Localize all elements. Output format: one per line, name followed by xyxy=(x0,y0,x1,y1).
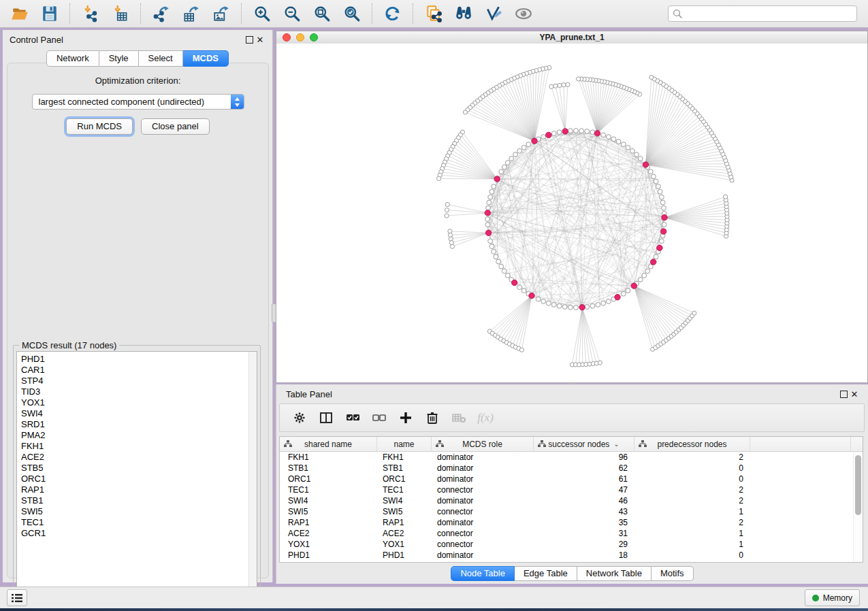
mcds-result-item[interactable]: GCR1 xyxy=(21,528,257,539)
table-toolbar: f(x) xyxy=(279,403,865,432)
add-column-icon[interactable] xyxy=(396,408,416,428)
export-table-icon[interactable] xyxy=(181,3,202,24)
save-session-icon[interactable] xyxy=(39,3,60,24)
tab-select[interactable]: Select xyxy=(139,50,183,67)
graphics-details-icon[interactable] xyxy=(513,3,534,24)
control-panel-title: Control Panel xyxy=(10,35,244,45)
control-panel-close-icon[interactable]: ✕ xyxy=(255,34,266,45)
tab-node-table[interactable]: Node Table xyxy=(451,566,515,581)
show-columns-icon[interactable] xyxy=(316,408,336,428)
find-binoculars-icon[interactable] xyxy=(453,3,474,24)
mcds-result-item[interactable]: STB5 xyxy=(21,463,257,474)
function-builder-icon: f(x) xyxy=(475,408,496,428)
mcds-result-item[interactable]: SRD1 xyxy=(21,419,257,430)
cell-MCDS-role: dominator xyxy=(432,463,534,473)
column-header-MCDS-role[interactable]: MCDS role xyxy=(432,437,534,451)
table-row[interactable]: FKH1FKH1dominator962 xyxy=(280,452,863,463)
zoom-out-icon[interactable] xyxy=(282,3,302,24)
cell-name: ORC1 xyxy=(377,474,432,484)
cell-successor-nodes: 96 xyxy=(534,452,634,462)
column-header-shared-name[interactable]: shared name xyxy=(280,437,377,451)
node-table-header: shared namenameMCDS rolesuccessor nodes⌄… xyxy=(280,437,863,452)
table-panel: Table Panel ✕ f(x) shared namenameMCDS r… xyxy=(276,384,868,584)
cell-shared-name: ACE2 xyxy=(280,529,377,538)
mcds-result-item[interactable]: ORC1 xyxy=(21,474,257,484)
close-panel-button[interactable]: Close panel xyxy=(141,118,210,135)
optimization-criterion-select[interactable]: largest connected component (undirected) xyxy=(32,94,244,110)
delete-columns-icon[interactable] xyxy=(422,408,443,428)
network-view-window: YPA_prune.txt_1 xyxy=(276,31,868,383)
table-panel-titlebar: Table Panel ✕ xyxy=(276,384,868,402)
table-row[interactable]: RAP1RAP1dominator352 xyxy=(280,517,863,528)
search-field-wrap xyxy=(668,5,857,22)
import-network-icon[interactable] xyxy=(80,3,101,24)
mcds-result-item[interactable]: STB1 xyxy=(21,495,257,506)
select-all-icon[interactable] xyxy=(342,408,363,428)
table-row[interactable]: STB1STB1dominator620 xyxy=(280,463,863,474)
main-toolbar xyxy=(0,0,868,28)
control-panel-float-icon[interactable] xyxy=(244,34,255,45)
mcds-result-list[interactable]: PHD1CAR1STP4TID3YOX1SWI4SRD1PMA2FKH1ACE2… xyxy=(16,351,257,592)
search-input[interactable] xyxy=(668,5,857,22)
tab-edge-table[interactable]: Edge Table xyxy=(515,566,577,581)
mcds-result-item[interactable]: CAR1 xyxy=(21,365,257,376)
task-history-button[interactable] xyxy=(7,589,27,606)
cell-name: ACE2 xyxy=(377,529,432,538)
optimization-criterion-value: largest connected component (undirected) xyxy=(33,97,231,107)
mcds-result-item[interactable]: YOX1 xyxy=(21,397,257,408)
mcds-result-item[interactable]: TID3 xyxy=(21,386,257,397)
network-window-titlebar[interactable]: YPA_prune.txt_1 xyxy=(276,31,867,44)
table-row[interactable]: YOX1YOX1connector291 xyxy=(280,539,863,550)
tab-mcds[interactable]: MCDS xyxy=(183,50,229,67)
export-image-icon[interactable] xyxy=(211,3,231,24)
table-panel-close-icon[interactable]: ✕ xyxy=(849,389,860,399)
tab-network[interactable]: Network xyxy=(46,50,99,67)
table-row[interactable]: ORC1ORC1dominator610 xyxy=(280,474,863,484)
refresh-icon[interactable] xyxy=(383,3,403,24)
run-mcds-button[interactable]: Run MCDS xyxy=(66,118,133,135)
mcds-result-group: MCDS result (17 nodes) PHD1CAR1STP4TID3Y… xyxy=(13,345,261,597)
table-panel-float-icon[interactable] xyxy=(838,389,849,399)
cell-MCDS-role: connector xyxy=(432,485,534,495)
export-network-icon[interactable] xyxy=(151,3,172,24)
zoom-selected-icon[interactable] xyxy=(342,3,362,24)
import-table-icon[interactable] xyxy=(110,3,131,24)
mcds-result-item[interactable]: PHD1 xyxy=(21,354,257,365)
cell-shared-name: SWI5 xyxy=(280,507,377,516)
cell-predecessor-nodes: 0 xyxy=(634,474,750,484)
mcds-result-item[interactable]: SWI5 xyxy=(21,506,257,517)
clone-network-icon[interactable] xyxy=(423,3,444,24)
table-row[interactable]: ACE2ACE2connector311 xyxy=(280,528,863,539)
zoom-fit-icon[interactable] xyxy=(312,3,332,24)
open-session-icon[interactable] xyxy=(10,3,30,24)
network-canvas[interactable] xyxy=(276,44,867,382)
mcds-result-item[interactable]: RAP1 xyxy=(21,484,257,495)
tab-network-table[interactable]: Network Table xyxy=(577,566,652,581)
memory-button[interactable]: Memory xyxy=(805,589,860,606)
table-row[interactable]: SWI4SWI4dominator462 xyxy=(280,495,863,506)
table-mode-gear-icon[interactable] xyxy=(289,408,310,428)
label-visibility-icon[interactable] xyxy=(483,3,504,24)
column-header-successor-nodes[interactable]: successor nodes⌄ xyxy=(534,437,634,451)
column-header-name[interactable]: name xyxy=(377,437,432,451)
tab-motifs[interactable]: Motifs xyxy=(652,566,694,581)
column-header-predecessor-nodes[interactable]: predecessor nodes xyxy=(634,437,750,451)
mcds-result-item[interactable]: TEC1 xyxy=(21,517,257,528)
unselect-all-icon[interactable] xyxy=(369,408,389,428)
mcds-result-item[interactable]: STP4 xyxy=(21,376,257,386)
mcds-result-scrollbar[interactable] xyxy=(248,352,257,591)
cell-shared-name: PHD1 xyxy=(280,550,377,560)
mcds-result-item[interactable]: ACE2 xyxy=(21,452,257,463)
mcds-result-item[interactable]: FKH1 xyxy=(21,441,257,452)
mcds-result-item[interactable]: PMA2 xyxy=(21,430,257,441)
table-scrollbar-track[interactable] xyxy=(853,452,863,562)
table-scrollbar-thumb[interactable] xyxy=(855,455,861,515)
table-row[interactable]: SWI5SWI5connector431 xyxy=(280,506,863,517)
cell-MCDS-role: connector xyxy=(432,507,534,516)
mcds-result-item[interactable]: SWI4 xyxy=(21,408,257,419)
table-row[interactable]: PHD1PHD1dominator180 xyxy=(280,550,863,561)
zoom-in-icon[interactable] xyxy=(252,3,272,24)
table-row[interactable]: TEC1TEC1connector472 xyxy=(280,484,863,495)
cell-successor-nodes: 31 xyxy=(534,529,634,538)
tab-style[interactable]: Style xyxy=(99,50,139,67)
